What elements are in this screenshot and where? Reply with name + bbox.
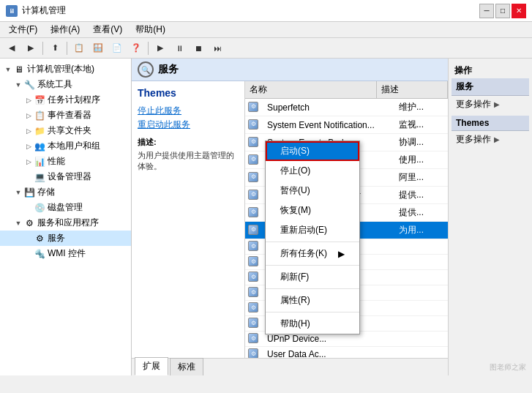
service-desc: [394, 307, 448, 309]
service-icon-img: ⚙: [248, 190, 258, 200]
toolbar-export[interactable]: 📄: [108, 40, 126, 56]
action-more-themes[interactable]: 更多操作 ▶: [452, 131, 529, 148]
menu-view[interactable]: 查看(V): [87, 22, 128, 37]
tree-item-event[interactable]: ▷ 📋 事件查看器: [0, 108, 131, 123]
ctx-alltasks-arrow: ▶: [338, 249, 345, 259]
service-icon-img: ⚙: [248, 318, 258, 328]
tree-item-task[interactable]: ▷ 📅 任务计划程序: [0, 92, 131, 108]
ctx-properties[interactable]: 属性(R): [266, 291, 359, 310]
service-icon-img: ⚙: [248, 333, 258, 343]
service-desc: 监视...: [394, 118, 448, 132]
toolbar-sep3: [148, 42, 149, 55]
tree-item-systemtools[interactable]: ▼ 🔧 系统工具: [0, 77, 131, 92]
expand-storage[interactable]: ▼: [13, 187, 23, 198]
expand-devmgr[interactable]: [23, 172, 34, 182]
tree-item-devmgr[interactable]: 💻 设备管理器: [0, 169, 131, 184]
toolbar-stop[interactable]: ⏹: [190, 40, 207, 56]
toolbar-back[interactable]: ◀: [3, 40, 20, 56]
expand-users[interactable]: ▷: [23, 141, 34, 151]
services-header: 🔍 服务: [132, 59, 448, 81]
service-row[interactable]: ⚙ System Event Notification... 监视...: [245, 116, 448, 134]
ctx-help[interactable]: 帮助(H): [266, 314, 359, 334]
context-menu: 启动(S) 停止(O) 暂停(U) 恢复(M) 重新启动(E) 所有任务(K) …: [265, 141, 360, 334]
expand-systemtools[interactable]: ▼: [13, 80, 23, 90]
tree-item-perf[interactable]: ▷ 📊 性能: [0, 154, 131, 169]
maximize-button[interactable]: □: [495, 4, 510, 18]
tab-expand[interactable]: 扩展: [135, 357, 168, 375]
toolbar-up[interactable]: ⬆: [46, 40, 64, 56]
toolbar-play[interactable]: ▶: [151, 40, 169, 56]
disk-icon: 💿: [34, 202, 45, 214]
desc-pane: Themes 停止此服务 重启动此服务 描述: 为用户提供使用主题管理的体验。: [132, 81, 245, 358]
toolbar-new-window[interactable]: 🪟: [89, 40, 107, 56]
action-more-services[interactable]: 更多操作 ▶: [452, 96, 529, 113]
service-desc: [394, 323, 448, 324]
service-desc: 维护...: [394, 100, 448, 114]
ctx-refresh[interactable]: 刷新(F): [266, 267, 359, 287]
toolbar-sep2: [67, 42, 67, 55]
expand-services[interactable]: [23, 233, 34, 244]
col-header-desc[interactable]: 描述: [377, 81, 448, 98]
service-icon-img: ⚙: [248, 172, 258, 182]
tree-item-computer[interactable]: ▼ 🖥 计算机管理(本地): [0, 61, 131, 77]
expand-shared[interactable]: ▷: [23, 126, 34, 136]
service-row[interactable]: ⚙ User Data Ac...: [245, 347, 448, 358]
ctx-pause[interactable]: 暂停(U): [266, 181, 359, 201]
tree-item-svcapp[interactable]: ▼ ⚙ 服务和应用程序: [0, 215, 131, 231]
tree-label-wmi: WMI 控件: [48, 247, 86, 260]
tree-label-services: 服务: [48, 232, 65, 244]
expand-task[interactable]: ▷: [23, 95, 34, 105]
minimize-button[interactable]: ─: [479, 4, 494, 18]
window-controls[interactable]: ─ □ ✕: [479, 4, 526, 18]
svcapp-icon: ⚙: [23, 217, 35, 229]
toolbar-restart[interactable]: ⏭: [209, 40, 226, 56]
tree-item-shared[interactable]: ▷ 📁 共享文件夹: [0, 123, 131, 138]
tree-label-disk: 磁盘管理: [48, 201, 83, 214]
stop-service-link[interactable]: 停止此服务: [138, 105, 239, 117]
action-label: 更多操作: [456, 98, 491, 111]
toolbar-help[interactable]: ❓: [127, 40, 145, 56]
col-header-name[interactable]: 名称: [245, 81, 377, 98]
ctx-sep3: [266, 288, 359, 289]
expand-wmi[interactable]: [23, 249, 34, 259]
tree-item-disk[interactable]: 💿 磁盘管理: [0, 200, 131, 215]
menu-help[interactable]: 帮助(H): [130, 22, 171, 37]
menu-action[interactable]: 操作(A): [45, 22, 86, 37]
toolbar-pause[interactable]: ⏸: [171, 40, 188, 56]
service-icon-img: ⚙: [248, 207, 258, 217]
service-desc: [394, 261, 448, 263]
tree-label-storage: 存储: [37, 186, 55, 198]
ctx-sep1: [266, 242, 359, 242]
expand-event[interactable]: ▷: [23, 111, 34, 121]
toolbar-forward[interactable]: ▶: [22, 40, 40, 56]
expand-svcapp[interactable]: ▼: [13, 218, 23, 228]
storage-icon: 💾: [23, 187, 35, 198]
ctx-alltasks-label: 所有任务(K): [280, 247, 327, 260]
menu-file[interactable]: 文件(F): [3, 22, 43, 37]
close-button[interactable]: ✕: [512, 4, 526, 18]
ctx-resume[interactable]: 恢复(M): [266, 201, 359, 220]
actions-services-title: 服务: [452, 78, 529, 96]
restart-service-link[interactable]: 重启动此服务: [138, 119, 239, 131]
ctx-sep2: [266, 265, 359, 266]
tree-item-services[interactable]: ⚙ 服务: [0, 231, 131, 246]
service-name: System Event Notification...: [263, 119, 394, 131]
expand-perf[interactable]: ▷: [23, 157, 34, 167]
service-desc: [394, 353, 448, 355]
service-name: UPnP Device...: [263, 333, 394, 345]
expand-disk[interactable]: [23, 203, 34, 213]
ctx-start[interactable]: 启动(S): [266, 141, 359, 161]
service-row[interactable]: ⚙ Superfetch 维护...: [245, 99, 448, 116]
tree-item-users[interactable]: ▷ 👥 本地用户和组: [0, 138, 131, 154]
tab-standard[interactable]: 标准: [170, 358, 203, 375]
toolbar-show-hide[interactable]: 📋: [70, 40, 88, 56]
ctx-stop[interactable]: 停止(O): [266, 161, 359, 181]
ctx-alltasks[interactable]: 所有任务(K) ▶: [266, 244, 359, 263]
right-panel: 操作 服务 更多操作 ▶ Themes 更多操作 ▶: [448, 59, 532, 375]
tree-item-storage[interactable]: ▼ 💾 存储: [0, 184, 131, 200]
tree-item-wmi[interactable]: 🔩 WMI 控件: [0, 246, 131, 261]
tree-panel: ▼ 🖥 计算机管理(本地) ▼ 🔧 系统工具 ▷ 📅 任务计划程序 ▷: [0, 59, 132, 375]
menu-bar: 文件(F) 操作(A) 查看(V) 帮助(H): [0, 22, 532, 38]
expand-icon[interactable]: ▼: [3, 64, 13, 75]
ctx-restart[interactable]: 重新启动(E): [266, 220, 359, 240]
